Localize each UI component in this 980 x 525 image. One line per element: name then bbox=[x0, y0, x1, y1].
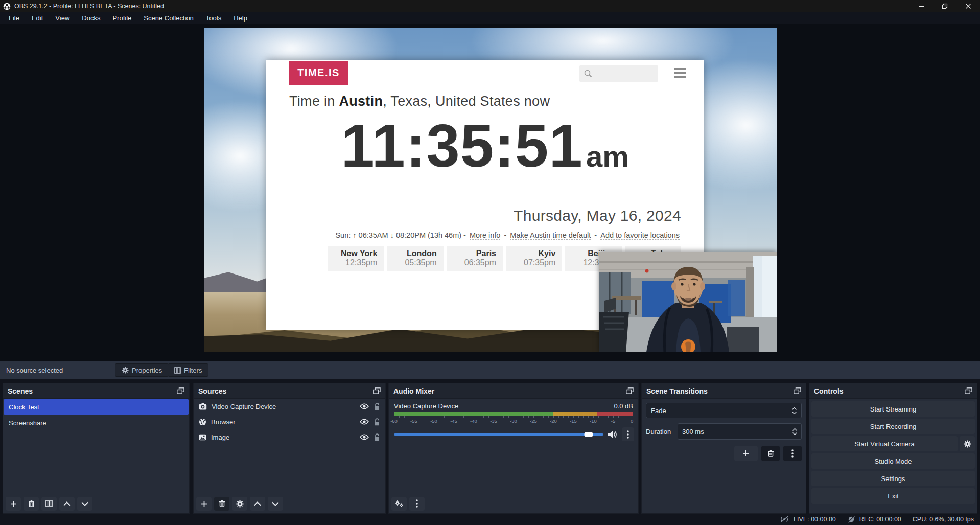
dots-vertical-icon bbox=[416, 499, 418, 508]
popout-icon[interactable] bbox=[373, 387, 381, 394]
link-separator: - bbox=[504, 231, 506, 239]
popout-icon[interactable] bbox=[177, 387, 184, 394]
minimize-button[interactable] bbox=[909, 0, 933, 12]
transition-properties-button[interactable] bbox=[783, 446, 802, 461]
timeis-heading: Time in Austin, Texas, United States now bbox=[289, 94, 550, 109]
trash-icon bbox=[28, 500, 35, 507]
scene-move-up-button[interactable] bbox=[59, 497, 75, 511]
duration-label: Duration bbox=[646, 428, 678, 436]
menu-edit[interactable]: Edit bbox=[26, 12, 49, 24]
no-source-selected-label: No source selected bbox=[6, 367, 63, 374]
controls-panel: Controls Start Streaming Start Recording… bbox=[809, 383, 977, 514]
scene-move-down-button[interactable] bbox=[77, 497, 92, 511]
remove-scene-button[interactable] bbox=[24, 497, 39, 511]
popout-icon[interactable] bbox=[965, 387, 972, 394]
studio-mode-button[interactable]: Studio Mode bbox=[811, 453, 975, 469]
restore-button[interactable] bbox=[933, 0, 956, 12]
source-row-browser[interactable]: Browser bbox=[194, 414, 385, 429]
menu-help[interactable]: Help bbox=[227, 12, 253, 24]
start-recording-button[interactable]: Start Recording bbox=[811, 419, 975, 434]
virtual-camera-config-button[interactable] bbox=[960, 436, 975, 451]
world-clock-kyiv[interactable]: Kyiv07:35pm bbox=[506, 246, 562, 271]
settings-button[interactable]: Settings bbox=[811, 471, 975, 486]
scene-transitions-panel: Scene Transitions Fade Duration 300 ms bbox=[641, 383, 806, 514]
scene-item-clock-test[interactable]: Clock Test bbox=[4, 399, 189, 415]
unlock-icon[interactable] bbox=[374, 403, 380, 410]
source-move-up-button[interactable] bbox=[250, 497, 265, 511]
speaker-icon[interactable] bbox=[608, 430, 618, 439]
sun-times: Sun: ↑ 06:35AM ↓ 08:20PM (13h 46m) - bbox=[335, 231, 466, 239]
close-button[interactable] bbox=[956, 0, 980, 12]
volume-slider[interactable] bbox=[394, 433, 603, 436]
hamburger-menu-icon[interactable] bbox=[674, 68, 686, 78]
filter-icon bbox=[174, 367, 181, 374]
add-transition-button[interactable] bbox=[734, 446, 758, 461]
heading-city: Austin bbox=[339, 94, 383, 109]
obs-logo-icon bbox=[3, 3, 11, 10]
menu-docks[interactable]: Docks bbox=[76, 12, 106, 24]
gear-icon bbox=[236, 500, 244, 508]
eye-icon[interactable] bbox=[360, 403, 369, 409]
volume-slider-handle[interactable] bbox=[585, 432, 593, 437]
source-row-video-capture[interactable]: Video Capture Device bbox=[194, 399, 385, 414]
menu-file[interactable]: File bbox=[3, 12, 26, 24]
spinner-arrows-icon[interactable] bbox=[792, 428, 797, 435]
filters-button[interactable]: Filters bbox=[168, 363, 208, 377]
menu-scene-collection[interactable]: Scene Collection bbox=[137, 12, 200, 24]
eye-icon[interactable] bbox=[360, 419, 369, 425]
timeis-search-box[interactable] bbox=[579, 65, 658, 82]
exit-button[interactable]: Exit bbox=[811, 488, 975, 504]
world-clock-newyork[interactable]: New York12:35pm bbox=[328, 246, 384, 271]
more-info-link[interactable]: More info bbox=[470, 231, 500, 240]
mixer-channel-menu-button[interactable] bbox=[622, 427, 634, 441]
transition-select[interactable]: Fade bbox=[646, 403, 802, 418]
unlock-icon[interactable] bbox=[374, 418, 380, 426]
scene-item-screenshare[interactable]: Screenshare bbox=[4, 415, 189, 430]
duration-spinbox[interactable]: 300 ms bbox=[678, 423, 802, 440]
add-scene-button[interactable] bbox=[6, 497, 21, 511]
unlock-icon[interactable] bbox=[374, 433, 380, 441]
add-favorite-link[interactable]: Add to favorite locations bbox=[600, 231, 680, 240]
duration-value: 300 ms bbox=[682, 428, 704, 436]
timeis-logo[interactable]: TIME.IS bbox=[289, 61, 348, 85]
globe-icon bbox=[199, 418, 206, 426]
world-clock-london[interactable]: London05:35pm bbox=[387, 246, 443, 271]
popout-icon[interactable] bbox=[626, 387, 634, 394]
make-default-link[interactable]: Make Austin time default bbox=[510, 231, 591, 240]
transition-selected-value: Fade bbox=[651, 407, 666, 415]
source-properties-button[interactable] bbox=[232, 497, 247, 511]
record-inactive-icon bbox=[847, 516, 855, 523]
menu-profile[interactable]: Profile bbox=[106, 12, 137, 24]
properties-label: Properties bbox=[132, 367, 162, 374]
search-icon bbox=[584, 69, 593, 78]
source-action-toolbar: No source selected Properties Filters bbox=[0, 361, 980, 379]
select-arrows-icon bbox=[792, 407, 797, 414]
eye-icon[interactable] bbox=[360, 434, 369, 440]
scene-transitions-title: Scene Transitions bbox=[646, 387, 708, 395]
add-source-button[interactable] bbox=[196, 497, 212, 511]
remove-transition-button[interactable] bbox=[761, 446, 780, 461]
menu-view[interactable]: View bbox=[49, 12, 76, 24]
world-clock-paris[interactable]: Paris06:35pm bbox=[447, 246, 503, 271]
advanced-audio-button[interactable] bbox=[391, 497, 407, 511]
menu-tools[interactable]: Tools bbox=[200, 12, 227, 24]
popout-icon[interactable] bbox=[794, 387, 801, 394]
properties-button[interactable]: Properties bbox=[115, 363, 169, 377]
cpu-fps-stats: CPU: 0.6%, 30.00 fps bbox=[913, 516, 974, 523]
source-move-down-button[interactable] bbox=[268, 497, 283, 511]
source-row-image[interactable]: Image bbox=[194, 429, 385, 445]
start-virtual-camera-button[interactable]: Start Virtual Camera bbox=[811, 436, 958, 451]
scene-filters-button[interactable] bbox=[41, 497, 57, 511]
program-preview[interactable]: TIME.IS Time in Austin, Texas, United St… bbox=[204, 28, 777, 352]
source-label: Browser bbox=[211, 418, 355, 426]
webcam-video-source[interactable] bbox=[599, 252, 777, 352]
start-streaming-button[interactable]: Start Streaming bbox=[811, 401, 975, 417]
preview-viewport: TIME.IS Time in Austin, Texas, United St… bbox=[0, 24, 980, 361]
mixer-menu-button[interactable] bbox=[409, 497, 425, 511]
remove-source-button[interactable] bbox=[214, 497, 229, 511]
dock-area: Scenes Clock Test Screenshare Sources Vi… bbox=[0, 379, 980, 514]
sources-panel: Sources Video Capture Device Browser Ima… bbox=[193, 383, 386, 514]
controls-title: Controls bbox=[814, 387, 844, 395]
menu-bar: File Edit View Docks Profile Scene Colle… bbox=[0, 12, 980, 24]
mixer-channel-name: Video Capture Device bbox=[394, 402, 458, 410]
